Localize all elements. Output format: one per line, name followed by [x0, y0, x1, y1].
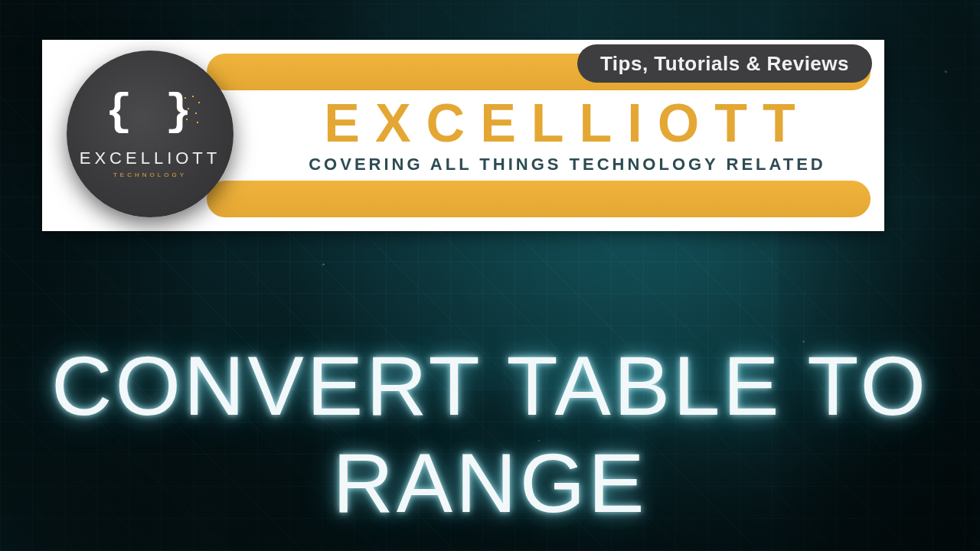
banner-midstrip: EXCELLIOTT COVERING ALL THINGS TECHNOLOG…: [226, 90, 871, 181]
channel-banner: EXCELLIOTT COVERING ALL THINGS TECHNOLOG…: [42, 40, 884, 231]
badge-brand-tag: TECHNOLOGY: [113, 171, 187, 178]
braces-icon: { }: [106, 90, 194, 135]
badge-brand-name: EXCELLIOTT: [80, 148, 220, 168]
brand-title: EXCELLIOTT: [324, 96, 811, 150]
banner-bar-bottom: [207, 181, 871, 217]
tips-pill: Tips, Tutorials & Reviews: [577, 44, 872, 83]
logo-badge: { } EXCELLIOTT TECHNOLOGY: [67, 51, 234, 217]
video-title: CONVERT TABLE TO RANGE: [0, 337, 980, 531]
brand-subtitle: COVERING ALL THINGS TECHNOLOGY RELATED: [309, 155, 826, 174]
